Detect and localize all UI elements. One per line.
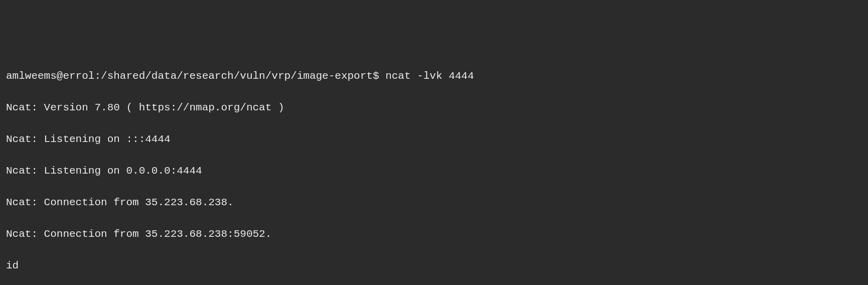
- output-line: id: [6, 258, 862, 274]
- shell-prompt: amlweems@errol:/shared/data/research/vul…: [6, 70, 385, 82]
- command-input: ncat -lvk 4444: [385, 70, 474, 82]
- output-line: Ncat: Listening on 0.0.0.0:4444: [6, 163, 862, 179]
- output-line: Ncat: Version 7.80 ( https://nmap.org/nc…: [6, 100, 862, 116]
- output-line: Ncat: Connection from 35.223.68.238:5905…: [6, 226, 862, 242]
- terminal-output[interactable]: amlweems@errol:/shared/data/research/vul…: [6, 68, 862, 285]
- output-line: Ncat: Connection from 35.223.68.238.: [6, 195, 862, 211]
- output-line: Ncat: Listening on :::4444: [6, 131, 862, 148]
